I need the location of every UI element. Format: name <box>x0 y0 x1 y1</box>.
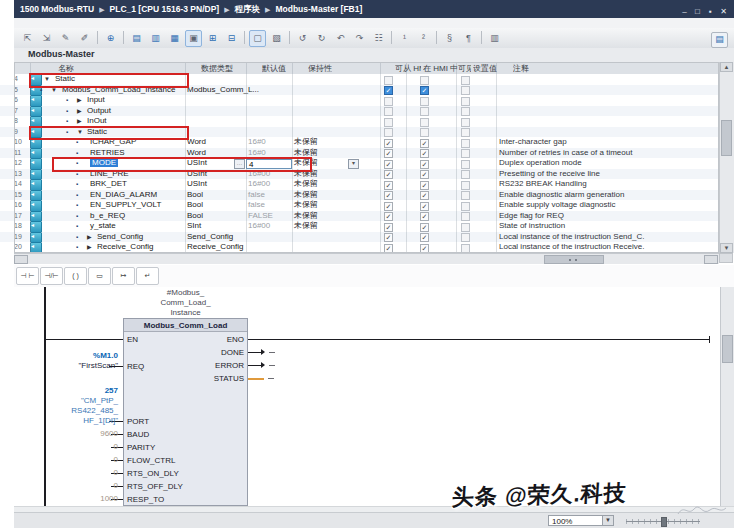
setpoint-checkbox[interactable] <box>461 212 470 221</box>
zoom-select[interactable]: 100% ▼ <box>548 515 614 526</box>
hmi-accessible-checkbox[interactable] <box>384 107 393 116</box>
input-pin-parity[interactable]: PARITY <box>127 442 155 453</box>
setpoint-checkbox[interactable] <box>461 160 470 169</box>
setpoint-checkbox[interactable] <box>461 128 470 137</box>
variable-name[interactable]: Input <box>87 95 105 106</box>
grid-view-icon[interactable]: ▦ <box>166 30 183 47</box>
input-pin-en[interactable]: EN <box>127 334 138 345</box>
column-header[interactable]: 在 HMI 中可见 <box>423 63 471 74</box>
variable-name[interactable]: Output <box>87 106 111 117</box>
setpoint-checkbox[interactable] <box>461 149 470 158</box>
hmi-visible-checkbox[interactable] <box>420 128 429 137</box>
hscroll-thumb[interactable] <box>544 255 604 264</box>
table-row[interactable]: 18▪y_stateSInt16#00未保留✓✓State of instruc… <box>0 221 734 232</box>
show-hide-icon[interactable]: ▣ <box>185 30 202 47</box>
expand-icon[interactable]: ▶ <box>77 106 82 117</box>
sort-one-icon[interactable]: ¹ <box>396 30 413 47</box>
hmi-visible-checkbox[interactable]: ✓ <box>420 212 429 221</box>
data-type[interactable]: Word <box>187 137 206 148</box>
hmi-visible-checkbox[interactable]: ✓ <box>420 149 429 158</box>
setpoint-checkbox[interactable] <box>461 244 470 253</box>
table-vscrollbar[interactable]: ▲ ▼ <box>719 62 734 253</box>
input-pin-rts_off_dly[interactable]: RTS_OFF_DLY <box>127 481 183 492</box>
variable-name[interactable]: BRK_DET <box>90 179 127 190</box>
hmi-accessible-checkbox[interactable] <box>384 118 393 127</box>
hmi-accessible-checkbox[interactable]: ✓ <box>384 170 393 179</box>
breadcrumb-item[interactable]: PLC_1 [CPU 1516-3 PN/DP] <box>110 4 220 14</box>
hmi-visible-checkbox[interactable]: ✓ <box>420 202 429 211</box>
retain-value[interactable]: 未保留 <box>294 200 318 211</box>
hmi-accessible-checkbox[interactable]: ✓ <box>384 223 393 232</box>
value-rts_off_dly[interactable]: 0 <box>18 481 118 491</box>
retain-value[interactable]: 未保留 <box>294 211 318 222</box>
setpoint-checkbox[interactable] <box>461 170 470 179</box>
scroll-down-icon[interactable]: ▼ <box>720 243 733 253</box>
hmi-accessible-checkbox[interactable]: ✓ <box>384 86 393 95</box>
default-value[interactable]: 16#0 <box>248 137 266 148</box>
column-header[interactable]: 保持性 <box>308 63 332 74</box>
data-type[interactable]: Send_Config <box>187 232 233 243</box>
data-type[interactable]: Modbus_Comm_L... <box>187 85 259 96</box>
table-row[interactable]: 14▪BRK_DETUSInt16#00未保留✓✓RS232 BREAK Han… <box>0 179 734 190</box>
snapshot-icon[interactable]: ▧ <box>268 30 285 47</box>
table-row[interactable]: 6▪▶Input <box>0 95 734 106</box>
setpoint-checkbox[interactable] <box>461 191 470 200</box>
input-pin-port[interactable]: PORT <box>127 416 149 427</box>
table-row[interactable]: 7▪▶Output <box>0 106 734 117</box>
breadcrumb[interactable]: 1500 Modbus-RTU▶PLC_1 [CPU 1516-3 PN/DP]… <box>20 0 362 18</box>
network-vscroll-thumb[interactable] <box>722 335 733 363</box>
value-resp_to[interactable]: 1000 <box>18 494 118 504</box>
table-row[interactable]: 19▪▶Send_ConfigSend_Config✓✓Local instan… <box>0 232 734 243</box>
network-vscrollbar[interactable] <box>720 287 734 506</box>
default-value[interactable]: 16#00 <box>248 179 270 190</box>
nc-contact-icon[interactable]: ⊣/⊢ <box>40 267 63 285</box>
data-type[interactable]: USInt <box>187 179 207 190</box>
monitor-toggle-icon[interactable]: ▢ <box>249 30 266 47</box>
retain-value[interactable]: 未保留 <box>294 137 318 148</box>
vscroll-thumb[interactable] <box>721 120 732 156</box>
hmi-visible-checkbox[interactable]: ✓ <box>420 191 429 200</box>
setpoint-checkbox[interactable] <box>461 76 470 85</box>
coil-icon[interactable]: ( ) <box>64 267 87 285</box>
expand-icon[interactable]: ▶ <box>87 242 92 253</box>
input-pin-flow_ctrl[interactable]: FLOW_CTRL <box>127 455 175 466</box>
hmi-accessible-checkbox[interactable]: ✓ <box>384 191 393 200</box>
input-pin-baud[interactable]: BAUD <box>127 429 149 440</box>
copy-snapshot-icon[interactable]: ↻ <box>313 30 330 47</box>
setpoint-checkbox[interactable] <box>461 118 470 127</box>
edit-alt-icon[interactable]: ✐ <box>76 30 93 47</box>
operand-req[interactable]: %M1.0"FirstScan" <box>18 351 118 371</box>
input-pin-resp_to[interactable]: RESP_TO <box>127 494 164 505</box>
output-pin-error[interactable]: ERROR <box>188 360 244 371</box>
hmi-accessible-checkbox[interactable]: ✓ <box>384 212 393 221</box>
input-pin-req[interactable]: REQ <box>127 361 144 372</box>
table-row[interactable]: 16▪EN_SUPPLY_VOLTBoolfalse未保留✓✓Enable su… <box>0 200 734 211</box>
table-hscrollbar[interactable] <box>14 253 719 264</box>
variable-name[interactable]: b_e_REQ <box>90 211 125 222</box>
edit-icon[interactable]: ✎ <box>57 30 74 47</box>
retain-value[interactable]: 未保留 <box>294 190 318 201</box>
data-type[interactable]: SInt <box>187 221 201 232</box>
data-type[interactable]: Bool <box>187 200 203 211</box>
column-header[interactable]: 可从 HMI ... <box>395 63 421 74</box>
hmi-accessible-checkbox[interactable]: ✓ <box>384 181 393 190</box>
variable-name[interactable]: EN_SUPPLY_VOLT <box>90 200 161 211</box>
hmi-accessible-checkbox[interactable]: ✓ <box>384 160 393 169</box>
hmi-accessible-checkbox[interactable] <box>384 97 393 106</box>
hmi-accessible-checkbox[interactable]: ✓ <box>384 139 393 148</box>
setpoint-checkbox[interactable] <box>461 139 470 148</box>
chevron-down-icon[interactable]: ▼ <box>602 516 613 525</box>
hmi-visible-checkbox[interactable]: ✓ <box>420 160 429 169</box>
variable-name[interactable]: Send_Config <box>97 232 143 243</box>
data-type[interactable]: Receive_Config <box>187 242 243 253</box>
column-header[interactable]: 设置值 <box>473 63 497 74</box>
add-row-icon[interactable]: ⊟ <box>223 30 240 47</box>
setpoint-checkbox[interactable] <box>461 107 470 116</box>
reset-start-values-icon[interactable]: ↷ <box>351 30 368 47</box>
variable-name[interactable]: Receive_Config <box>97 242 153 253</box>
table-row[interactable]: 15▪EN_DIAG_ALARMBoolfalse未保留✓✓Enable dia… <box>0 190 734 201</box>
keep-actual-values-icon[interactable]: ↺ <box>294 30 311 47</box>
insert-row-icon[interactable]: ⊞ <box>204 30 221 47</box>
default-value[interactable]: FALSE <box>248 211 273 222</box>
hmi-accessible-checkbox[interactable] <box>384 128 393 137</box>
